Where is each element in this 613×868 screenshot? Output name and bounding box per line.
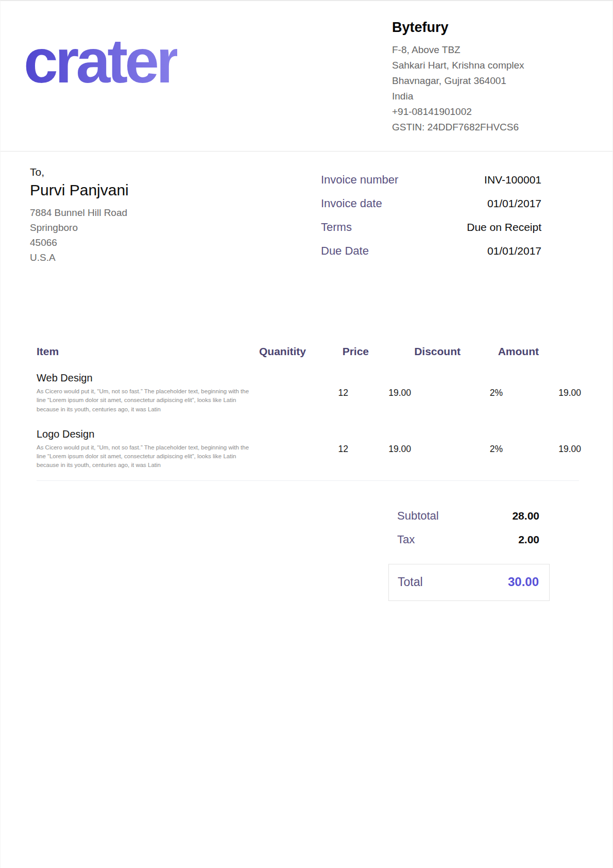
column-header-quantity: Quanitity [213, 345, 306, 358]
invoice-number-value: INV-100001 [484, 174, 541, 186]
total-label: Total [398, 575, 423, 589]
item-row: Logo Design As Cicero would put it, “Um,… [37, 428, 579, 470]
billing-section: To, Purvi Panjvani 7884 Bunnel Hill Road… [1, 152, 612, 268]
company-name: Bytefury [392, 20, 547, 36]
item-price: 19.00 [348, 428, 411, 470]
terms-row: Terms Due on Receipt [321, 221, 541, 234]
bill-to-label: To, [30, 166, 129, 178]
totals-section: Subtotal 28.00 Tax 2.00 Total 30.00 [388, 509, 550, 601]
total-box: Total 30.00 [388, 564, 550, 601]
company-address-line: F-8, Above TBZ [392, 42, 547, 58]
company-address-line: India [392, 89, 547, 104]
subtotal-row: Subtotal 28.00 [388, 509, 550, 523]
items-table-header: Item Quanitity Price Discount Amount [37, 345, 579, 358]
item-cell: Logo Design As Cicero would put it, “Um,… [37, 428, 256, 470]
invoice-date-label: Invoice date [321, 197, 382, 210]
bill-to-block: To, Purvi Panjvani 7884 Bunnel Hill Road… [30, 166, 129, 268]
item-quantity: 12 [256, 428, 348, 470]
invoice-number-label: Invoice number [321, 173, 398, 187]
item-name: Web Design [37, 372, 256, 384]
customer-address-line: 7884 Bunnel Hill Road [30, 205, 129, 220]
item-description: As Cicero would put it, “Um, not so fast… [37, 387, 256, 414]
due-date-value: 01/01/2017 [487, 245, 541, 257]
item-name: Logo Design [37, 428, 256, 440]
customer-address-line: Springboro [30, 220, 129, 235]
subtotal-value: 28.00 [512, 510, 539, 522]
company-phone: +91-08141901002 [392, 104, 547, 120]
invoice-date-value: 01/01/2017 [487, 197, 541, 210]
tax-label: Tax [397, 533, 415, 546]
company-info: Bytefury F-8, Above TBZ Sahkari Hart, Kr… [392, 20, 547, 135]
item-amount: 19.00 [503, 428, 581, 470]
item-price: 19.00 [348, 372, 411, 414]
due-date-label: Due Date [321, 244, 369, 258]
items-table: Item Quanitity Price Discount Amount Web… [37, 345, 579, 481]
terms-value: Due on Receipt [467, 221, 541, 233]
column-header-item: Item [37, 345, 213, 358]
column-header-amount: Amount [461, 345, 539, 358]
tax-row: Tax 2.00 [388, 533, 550, 546]
invoice-meta: Invoice number INV-100001 Invoice date 0… [321, 173, 541, 268]
total-value: 30.00 [508, 575, 539, 589]
item-cell: Web Design As Cicero would put it, “Um, … [37, 372, 256, 414]
due-date-row: Due Date 01/01/2017 [321, 244, 541, 258]
invoice-page: crater Bytefury F-8, Above TBZ Sahkari H… [0, 0, 613, 868]
column-header-discount: Discount [369, 345, 461, 358]
item-amount: 19.00 [503, 372, 581, 414]
customer-name: Purvi Panjvani [30, 181, 129, 199]
column-header-price: Price [306, 345, 369, 358]
company-gstin: GSTIN: 24DDF7682FHVCS6 [392, 120, 547, 135]
invoice-header: crater Bytefury F-8, Above TBZ Sahkari H… [1, 1, 612, 152]
item-row: Web Design As Cicero would put it, “Um, … [37, 372, 579, 414]
company-address-line: Sahkari Hart, Krishna complex [392, 58, 547, 73]
item-discount: 2% [411, 372, 503, 414]
customer-address-line: 45066 [30, 235, 129, 250]
tax-value: 2.00 [518, 533, 539, 546]
item-description: As Cicero would put it, “Um, not so fast… [37, 443, 256, 470]
items-divider [37, 480, 579, 481]
invoice-date-row: Invoice date 01/01/2017 [321, 197, 541, 210]
subtotal-label: Subtotal [397, 509, 439, 523]
customer-address-line: U.S.A [30, 250, 129, 265]
item-quantity: 12 [256, 372, 348, 414]
crater-logo: crater [24, 30, 177, 92]
terms-label: Terms [321, 221, 352, 234]
invoice-number-row: Invoice number INV-100001 [321, 173, 541, 187]
item-discount: 2% [411, 428, 503, 470]
company-address-line: Bhavnagar, Gujrat 364001 [392, 73, 547, 89]
